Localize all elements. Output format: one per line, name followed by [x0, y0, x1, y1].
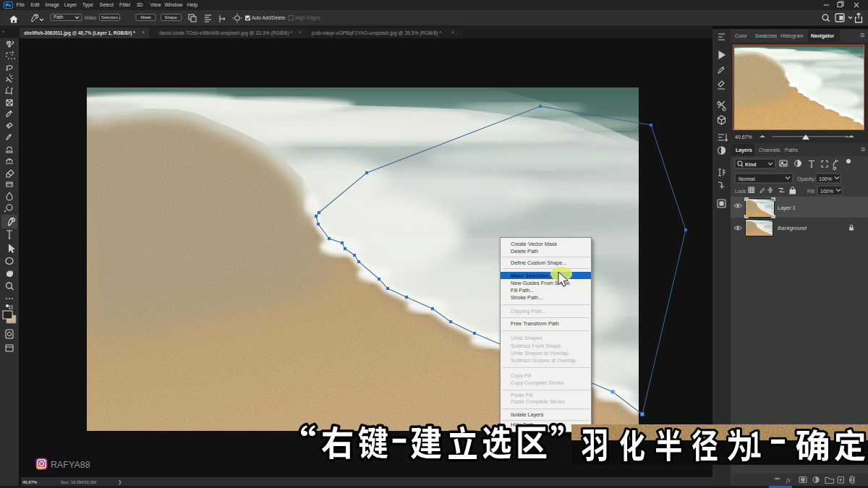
svg-text:RAFYA88: RAFYA88 — [51, 460, 90, 470]
svg-text:Opacity:: Opacity: — [797, 176, 816, 182]
svg-text:fx: fx — [786, 477, 791, 484]
svg-text:Shape: Shape — [165, 15, 178, 20]
svg-text:Mask: Mask — [141, 15, 152, 20]
svg-text:Normal: Normal — [739, 176, 755, 181]
svg-text:Lock:: Lock: — [735, 189, 747, 194]
svg-text:Auto Add/Delete: Auto Add/Delete — [252, 15, 286, 20]
svg-text:100%: 100% — [819, 176, 832, 181]
svg-text:Make:: Make: — [85, 15, 98, 20]
svg-text:Path: Path — [54, 14, 64, 20]
svg-text:100%: 100% — [820, 189, 833, 194]
svg-text:Selection...: Selection... — [101, 15, 122, 20]
svg-text:Fill:: Fill: — [807, 189, 815, 194]
svg-text:Kind: Kind — [745, 162, 757, 167]
svg-text:Align Edges: Align Edges — [295, 15, 320, 21]
